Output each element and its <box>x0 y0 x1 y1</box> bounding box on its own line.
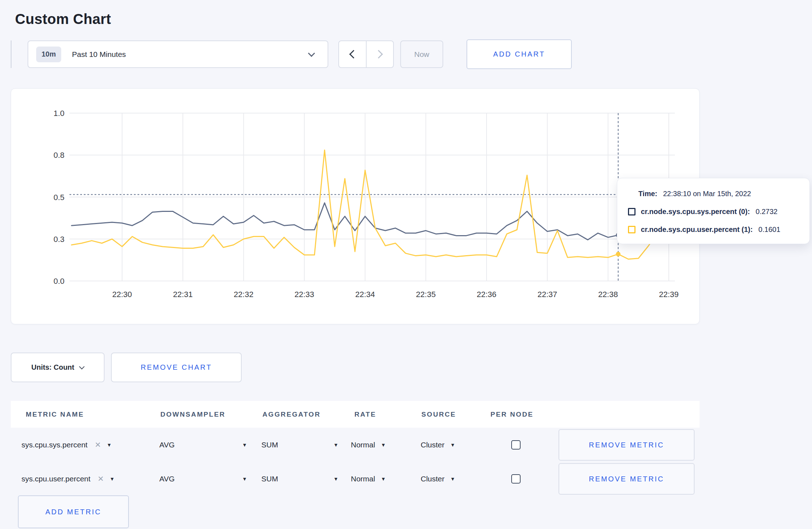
remove-chart-button[interactable]: REMOVE CHART <box>111 353 242 382</box>
header-rate: RATE <box>354 401 376 428</box>
rate-select[interactable]: Normal ▼ <box>351 428 386 462</box>
dropdown-arrow-icon: ▼ <box>381 476 386 482</box>
aggregator-value: SUM <box>261 441 278 449</box>
header-aggregator: AGGREGATOR <box>262 401 321 428</box>
metric-name-select[interactable]: sys.cpu.sys.percent ✕ ▼ <box>21 428 112 462</box>
timeframe-label: Past 10 Minutes <box>72 50 126 59</box>
header-metric-name: METRIC NAME <box>26 401 84 428</box>
metrics-table: METRIC NAME DOWNSAMPLER AGGREGATOR RATE … <box>11 401 700 496</box>
metrics-table-header: METRIC NAME DOWNSAMPLER AGGREGATOR RATE … <box>11 401 700 428</box>
chart-plot-area[interactable]: 0.00.30.50.81.022:3022:3122:3222:3322:34… <box>11 89 700 325</box>
tooltip-series-sys-value: 0.2732 <box>756 208 778 216</box>
series-sys-swatch-icon <box>628 208 635 215</box>
metric-name-value: sys.cpu.user.percent <box>21 475 91 483</box>
y-axis-tick-label: 0.5 <box>53 193 64 202</box>
aggregator-select[interactable]: SUM ▼ <box>261 428 338 462</box>
tooltip-series-user-value: 0.1601 <box>758 225 780 234</box>
hover-marker <box>616 252 620 256</box>
x-axis-tick-label: 22:32 <box>234 290 253 299</box>
dropdown-arrow-icon: ▼ <box>242 476 247 482</box>
controls-left-divider <box>11 40 11 68</box>
add-chart-button[interactable]: ADD CHART <box>467 39 572 69</box>
series-user-swatch-icon <box>628 226 635 233</box>
per-node-checkbox[interactable] <box>511 474 521 484</box>
metric-name-value: sys.cpu.sys.percent <box>21 441 87 449</box>
x-axis-tick-label: 22:37 <box>537 290 557 299</box>
y-axis-tick-label: 1.0 <box>53 109 64 118</box>
per-node-checkbox[interactable] <box>511 440 521 450</box>
header-per-node: PER NODE <box>490 401 533 428</box>
metric-row: sys.cpu.user.percent ✕ ▼ AVG ▼ SUM ▼ Nor… <box>11 462 700 496</box>
dropdown-arrow-icon: ▼ <box>450 476 455 482</box>
header-source: SOURCE <box>421 401 456 428</box>
clear-metric-icon[interactable]: ✕ <box>98 475 104 483</box>
dropdown-arrow-icon: ▼ <box>450 442 455 448</box>
aggregator-value: SUM <box>261 475 278 483</box>
now-button[interactable]: Now <box>400 40 443 68</box>
timeframe-badge: 10m <box>36 47 61 62</box>
time-pager <box>338 40 394 68</box>
rate-value: Normal <box>351 475 375 483</box>
remove-metric-button[interactable]: REMOVE METRIC <box>559 463 695 495</box>
tooltip-time-value: 22:38:10 on Mar 15th, 2022 <box>663 190 751 198</box>
downsampler-value: AVG <box>159 441 175 449</box>
chevron-down-icon <box>79 364 85 369</box>
tooltip-time-label: Time: <box>638 190 657 198</box>
source-select[interactable]: Cluster ▼ <box>421 462 455 496</box>
downsampler-value: AVG <box>159 475 175 483</box>
dropdown-arrow-icon: ▼ <box>381 442 386 448</box>
units-label: Units: Count <box>32 363 74 372</box>
series-line-sys <box>72 203 679 240</box>
page-title: Custom Chart <box>15 11 111 27</box>
chevron-down-icon <box>308 50 315 57</box>
rate-value: Normal <box>351 441 375 449</box>
dropdown-arrow-icon: ▼ <box>333 476 338 482</box>
y-axis-tick-label: 0.8 <box>53 151 64 160</box>
source-value: Cluster <box>421 441 445 449</box>
y-axis-tick-label: 0.3 <box>53 235 64 244</box>
add-metric-button[interactable]: ADD METRIC <box>18 495 129 528</box>
remove-metric-button[interactable]: REMOVE METRIC <box>559 429 695 461</box>
downsampler-select[interactable]: AVG ▼ <box>159 428 247 462</box>
x-axis-tick-label: 22:35 <box>416 290 436 299</box>
chart-card: 0.00.30.50.81.022:3022:3122:3222:3322:34… <box>11 88 700 324</box>
units-dropdown[interactable]: Units: Count <box>11 353 105 382</box>
rate-select[interactable]: Normal ▼ <box>351 462 386 496</box>
metric-row: sys.cpu.sys.percent ✕ ▼ AVG ▼ SUM ▼ Norm… <box>11 428 700 462</box>
x-axis-tick-label: 22:36 <box>477 290 497 299</box>
header-downsampler: DOWNSAMPLER <box>160 401 226 428</box>
x-axis-tick-label: 22:39 <box>659 290 679 299</box>
tooltip-series-sys-label: cr.node.sys.cpu.sys.percent (0): <box>641 208 750 216</box>
downsampler-select[interactable]: AVG ▼ <box>159 462 247 496</box>
chevron-right-icon <box>374 50 383 58</box>
dropdown-arrow-icon: ▼ <box>110 476 115 482</box>
dropdown-arrow-icon: ▼ <box>107 442 112 448</box>
x-axis-tick-label: 22:31 <box>173 290 193 299</box>
chevron-left-icon <box>349 50 358 58</box>
chart-tooltip: Time: 22:38:10 on Mar 15th, 2022 cr.node… <box>617 178 810 244</box>
x-axis-tick-label: 22:34 <box>355 290 375 299</box>
timeframe-dropdown[interactable]: 10m Past 10 Minutes <box>28 40 328 68</box>
y-axis-tick-label: 0.0 <box>53 277 64 286</box>
source-select[interactable]: Cluster ▼ <box>421 428 455 462</box>
x-axis-tick-label: 22:30 <box>112 290 132 299</box>
source-value: Cluster <box>421 475 445 483</box>
clear-metric-icon[interactable]: ✕ <box>95 441 101 449</box>
tooltip-series-user-label: cr.node.sys.cpu.user.percent (1): <box>641 225 753 234</box>
x-axis-tick-label: 22:33 <box>295 290 314 299</box>
time-back-button[interactable] <box>339 41 367 67</box>
dropdown-arrow-icon: ▼ <box>333 442 338 448</box>
aggregator-select[interactable]: SUM ▼ <box>261 462 338 496</box>
series-line-user <box>72 150 679 259</box>
x-axis-tick-label: 22:38 <box>598 290 618 299</box>
dropdown-arrow-icon: ▼ <box>242 442 247 448</box>
time-forward-button[interactable] <box>367 41 393 67</box>
metric-name-select[interactable]: sys.cpu.user.percent ✕ ▼ <box>21 462 115 496</box>
